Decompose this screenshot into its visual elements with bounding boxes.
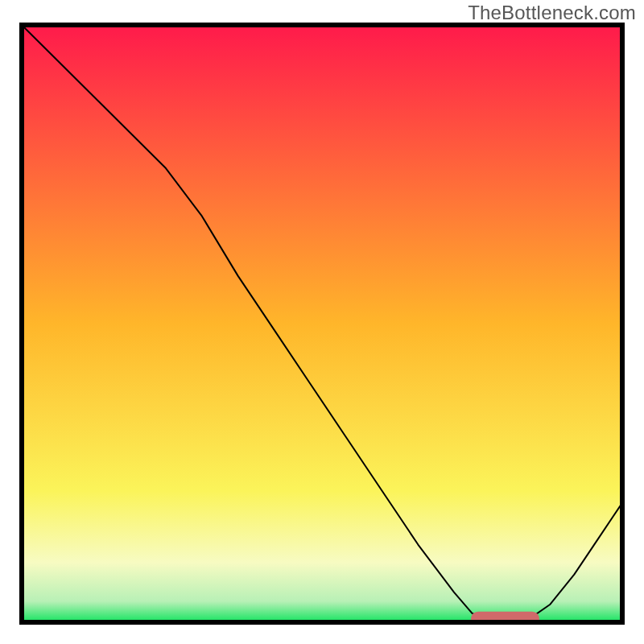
bottleneck-chart [19, 23, 625, 625]
watermark-label: TheBottleneck.com [468, 2, 636, 24]
